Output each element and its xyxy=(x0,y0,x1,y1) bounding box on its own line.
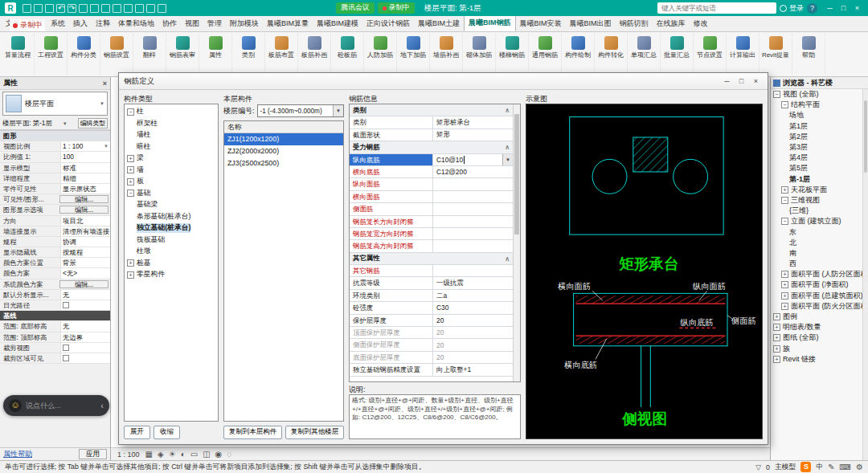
collapse-icon[interactable]: − xyxy=(781,218,788,225)
login-button[interactable]: 登录 xyxy=(780,3,804,14)
expand-icon[interactable]: + xyxy=(127,166,134,173)
meeting-badge[interactable]: 腾讯会议 xyxy=(336,2,374,14)
info-value[interactable] xyxy=(433,240,513,251)
property-value[interactable]: 编辑... xyxy=(59,206,108,214)
list-item-2[interactable]: ZJ3(2500x2500) xyxy=(224,157,343,169)
ribbon-button-2[interactable]: 构件分类 xyxy=(68,34,100,75)
property-value[interactable] xyxy=(60,343,110,353)
property-value[interactable]: 标准 xyxy=(60,163,110,173)
info-label[interactable]: 纵向底筋 xyxy=(350,154,433,165)
info-label[interactable]: 钢筋笼长方向封闭箍 xyxy=(350,216,433,227)
scrollbar-thumb[interactable] xyxy=(864,100,867,173)
chevron-left-icon[interactable] xyxy=(100,401,104,410)
restore-icon[interactable]: □ xyxy=(837,2,850,14)
ribbon-button-19[interactable]: 单项汇总 xyxy=(628,34,661,75)
property-value[interactable]: 1 : 100 xyxy=(60,141,110,151)
browser-item-19[interactable]: +面积平面 (总建筑面积) xyxy=(771,291,862,301)
browser-item-17[interactable]: +面积平面 (人防分区面积) xyxy=(771,269,862,279)
property-value[interactable]: 编辑... xyxy=(59,195,108,203)
sync-icon[interactable] xyxy=(45,4,54,13)
ribbon-button-14[interactable]: 砌体加筋 xyxy=(463,34,496,75)
info-value[interactable]: 20 xyxy=(433,352,513,363)
ribbon-button-22[interactable]: 计算输出 xyxy=(727,34,760,75)
minimize-icon[interactable]: ─ xyxy=(824,2,836,14)
tree-item-8[interactable]: 基础梁 xyxy=(125,199,218,211)
property-value[interactable] xyxy=(60,300,110,310)
ribbon-tab-5[interactable]: 体量和场地 xyxy=(114,16,158,31)
property-value[interactable]: <无> xyxy=(60,268,110,278)
browser-item-3[interactable]: 第1层 xyxy=(771,121,862,132)
ribbon-tab-18[interactable]: 在线族库 xyxy=(653,16,690,31)
browser-item-5[interactable]: 第3层 xyxy=(771,142,862,153)
ribbon-tab-2[interactable]: 系统 xyxy=(47,16,69,31)
ribbon-button-17[interactable]: 构件绘制 xyxy=(562,34,595,75)
collapse-icon[interactable]: − xyxy=(781,101,788,108)
ribbon-button-23[interactable]: Revit提量 xyxy=(760,34,792,75)
expand-icon[interactable]: + xyxy=(773,313,780,320)
close-icon[interactable]: × xyxy=(749,75,763,88)
info-value[interactable]: 矩形 xyxy=(433,129,513,141)
ribbon-tab-11[interactable]: 晨曦BIM建模 xyxy=(313,16,362,31)
copy-to-floor-button[interactable]: 复制到本层构件 xyxy=(223,426,282,439)
info-value[interactable]: 二a xyxy=(433,290,513,301)
ribbon-button-0[interactable]: 算量流程 xyxy=(2,34,35,75)
list-item-0[interactable]: ZJ1(1200x1200) xyxy=(224,133,343,145)
redo-icon[interactable]: ↷ xyxy=(68,4,76,13)
tree-item-4[interactable]: +梁 xyxy=(125,153,218,165)
crop-view-icon[interactable]: ▭ xyxy=(190,450,198,459)
ribbon-button-24[interactable]: 帮助 xyxy=(792,34,825,75)
info-label[interactable]: 钢筋笼高方向封闭箍 xyxy=(350,240,433,251)
property-value[interactable]: 显示原状态 xyxy=(60,184,110,194)
info-label[interactable]: 横向面筋 xyxy=(350,191,433,202)
info-section-0[interactable]: 类别 xyxy=(350,104,513,116)
reveal-hidden-icon[interactable]: ◌ xyxy=(227,450,231,459)
properties-help-link[interactable]: 属性帮助 xyxy=(3,449,32,459)
info-label[interactable]: 底面保护层厚度 xyxy=(350,352,433,363)
ribbon-button-13[interactable]: 墙筋补画 xyxy=(430,34,463,75)
pen-icon[interactable] xyxy=(828,463,834,471)
ribbon-button-21[interactable]: 节点设置 xyxy=(694,34,727,75)
expand-icon[interactable]: + xyxy=(781,271,788,278)
ribbon-button-9[interactable]: 板筋补画 xyxy=(298,34,331,75)
property-value[interactable]: 精细 xyxy=(60,173,110,183)
info-value[interactable]: 20 xyxy=(433,339,513,350)
sun-path-icon[interactable]: ☀ xyxy=(169,450,176,459)
filter-icon[interactable] xyxy=(755,463,761,471)
revit-logo-icon[interactable]: R xyxy=(5,2,16,14)
ribbon-button-1[interactable]: 工程设置 xyxy=(35,34,68,75)
ribbon-button-6[interactable]: 属性 xyxy=(199,34,232,75)
floor-number-select[interactable]: -1 (-4.300m~0.000m) xyxy=(257,104,344,117)
info-label[interactable]: 类别 xyxy=(350,116,433,128)
ribbon-tab-4[interactable]: 注释 xyxy=(92,16,114,31)
browser-item-2[interactable]: 场地 xyxy=(771,110,862,120)
browser-item-0[interactable]: −视图 (全部) xyxy=(771,89,862,100)
collapse-icon[interactable]: − xyxy=(773,91,780,98)
property-value[interactable]: 100 xyxy=(60,152,110,161)
browser-item-1[interactable]: −结构平面 xyxy=(771,100,862,110)
text-icon[interactable] xyxy=(124,4,133,13)
minimize-icon[interactable]: ─ xyxy=(720,75,734,88)
ribbon-button-3[interactable]: 钢筋设置 xyxy=(100,34,133,75)
browser-item-20[interactable]: +面积平面 (防火分区面积) xyxy=(771,301,862,312)
tree-item-11[interactable]: 筏板基础 xyxy=(125,234,218,247)
open-icon[interactable] xyxy=(23,4,31,13)
browser-item-14[interactable]: 北 xyxy=(771,238,862,248)
tree-item-10[interactable]: 独立基础(桩承台) xyxy=(125,222,218,234)
ribbon-tab-10[interactable]: 晨曦BIM算量 xyxy=(263,16,313,31)
browser-item-11[interactable]: {三维} xyxy=(771,206,862,216)
property-value[interactable] xyxy=(60,353,110,363)
type-selector[interactable]: 楼层平面 xyxy=(2,92,108,116)
expand-icon[interactable]: + xyxy=(781,281,788,288)
browser-item-13[interactable]: 东 xyxy=(771,226,862,237)
help-icon[interactable]: ? xyxy=(807,3,817,14)
info-label[interactable]: 抗震等级 xyxy=(350,277,433,288)
expand-icon[interactable]: + xyxy=(127,155,134,162)
tree-item-0[interactable]: −柱 xyxy=(125,106,218,118)
info-value[interactable]: C12@200 xyxy=(433,166,513,177)
info-label[interactable]: 保护层厚度 xyxy=(350,315,433,326)
tree-item-13[interactable]: +桩基 xyxy=(125,258,218,270)
info-label[interactable]: 横向底筋 xyxy=(350,166,433,177)
ribbon-button-10[interactable]: 砼板筋 xyxy=(331,34,364,75)
settings-icon[interactable] xyxy=(856,463,863,471)
crop-region-icon[interactable]: ◫ xyxy=(203,450,210,459)
